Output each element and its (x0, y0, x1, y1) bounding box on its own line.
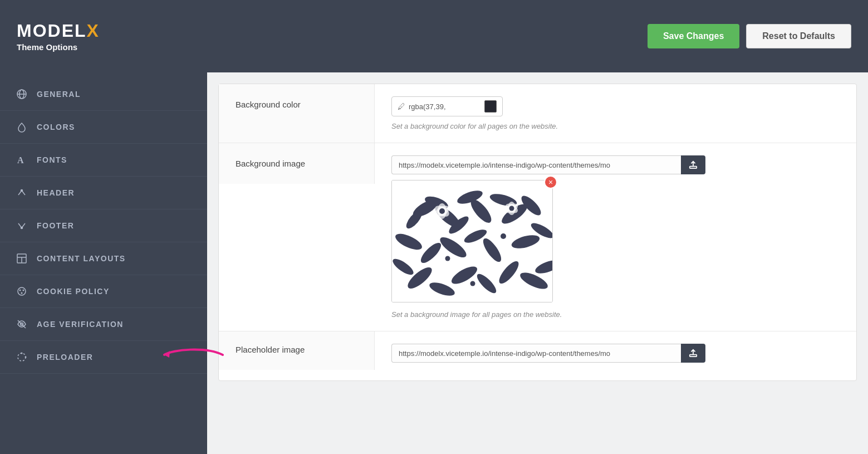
background-image-url-input[interactable] (391, 155, 681, 174)
sidebar-label-preloader: PRELOADER (37, 353, 93, 362)
svg-point-15 (21, 353, 23, 354)
svg-point-11 (23, 290, 24, 291)
sidebar-label-header: HEADER (37, 188, 75, 197)
eye-off-icon (16, 318, 28, 330)
background-image-row: Background image (219, 143, 856, 331)
sidebar-label-colors: COLORS (37, 123, 75, 131)
logo-area: MODELX Theme Options (17, 21, 100, 52)
color-picker[interactable]: 🖊 rgba(37,39, (391, 96, 503, 116)
save-changes-button[interactable]: Save Changes (648, 24, 739, 48)
reset-defaults-button[interactable]: Reset to Defaults (746, 24, 851, 48)
layout-icon (16, 252, 28, 265)
svg-point-4 (21, 190, 23, 192)
sidebar-item-fonts[interactable]: A FONTS (0, 144, 207, 177)
svg-point-58 (509, 206, 514, 211)
sidebar-item-cookie-policy[interactable]: COOKIE POLICY (0, 275, 207, 308)
font-icon: A (16, 154, 28, 166)
sidebar-item-content-layouts[interactable]: CONTENT LAYOUTS (0, 242, 207, 275)
placeholder-url-row (391, 344, 840, 363)
svg-point-10 (19, 290, 21, 291)
image-preview-wrap: × (391, 180, 553, 302)
svg-rect-59 (690, 355, 697, 357)
sidebar-item-general[interactable]: GENERAL (0, 78, 207, 111)
settings-panel: Background color 🖊 rgba(37,39, Set a bac… (218, 84, 857, 381)
arrow-annotation (161, 341, 228, 369)
background-image-preview (391, 180, 553, 302)
arrow-up-icon (16, 187, 28, 199)
svg-rect-18 (690, 167, 697, 169)
svg-point-46 (476, 203, 481, 208)
svg-point-5 (21, 227, 23, 229)
logo-model: MODEL (17, 21, 87, 41)
sidebar-label-general: GENERAL (37, 90, 81, 99)
placeholder-image-label: Placeholder image (219, 331, 375, 370)
svg-point-50 (470, 281, 475, 286)
background-color-content: 🖊 rgba(37,39, Set a background color for… (375, 84, 856, 143)
placeholder-image-url-input[interactable] (391, 344, 681, 363)
main-layout: GENERAL COLORS A FONTS (0, 72, 868, 454)
svg-point-14 (18, 353, 26, 361)
sidebar-label-fonts: FONTS (37, 155, 67, 164)
sidebar-item-preloader[interactable]: PRELOADER (0, 341, 207, 374)
sidebar-label-content-layouts: CONTENT LAYOUTS (37, 254, 126, 263)
eyedropper-icon: 🖊 (398, 102, 405, 111)
svg-point-49 (501, 233, 506, 239)
svg-point-12 (21, 292, 23, 294)
svg-point-16 (25, 357, 27, 358)
placeholder-image-content (375, 331, 856, 380)
spinner-icon (16, 351, 28, 363)
background-image-content: × Set a background image for all pages o… (375, 143, 856, 331)
app-header: MODELX Theme Options Save Changes Reset … (0, 0, 868, 72)
content-area: Background color 🖊 rgba(37,39, Set a bac… (207, 72, 868, 454)
background-image-upload-button[interactable] (681, 155, 705, 174)
sidebar-label-footer: FOOTER (37, 221, 74, 230)
sidebar-item-header[interactable]: HEADER (0, 177, 207, 209)
image-url-row (391, 155, 840, 174)
color-picker-value: rgba(37,39, (409, 102, 484, 111)
background-color-label: Background color (219, 84, 375, 143)
arrow-down-icon (16, 219, 28, 232)
globe-icon (16, 88, 28, 100)
svg-point-54 (439, 208, 445, 214)
floral-pattern-svg (392, 180, 553, 302)
background-image-hint: Set a background image for all pages on … (391, 310, 840, 319)
sidebar-label-age-verification: AGE VERIFICATION (37, 320, 124, 329)
logo: MODELX (17, 21, 100, 41)
remove-image-button[interactable]: × (544, 175, 557, 189)
drop-icon (16, 121, 28, 133)
svg-text:A: A (17, 155, 24, 165)
sidebar: GENERAL COLORS A FONTS (0, 72, 207, 454)
svg-point-9 (18, 287, 26, 295)
placeholder-image-upload-button[interactable] (681, 344, 705, 363)
color-swatch (484, 100, 497, 113)
background-image-label: Background image (219, 143, 375, 184)
svg-point-48 (445, 256, 450, 261)
background-color-hint: Set a background color for all pages on … (391, 122, 840, 130)
svg-marker-17 (164, 351, 170, 358)
logo-x: X (87, 21, 100, 41)
sidebar-item-age-verification[interactable]: AGE VERIFICATION (0, 308, 207, 341)
placeholder-image-row: Placeholder image (219, 331, 856, 380)
palette-icon (16, 285, 28, 297)
sidebar-item-footer[interactable]: FOOTER (0, 209, 207, 242)
background-color-row: Background color 🖊 rgba(37,39, Set a bac… (219, 84, 856, 143)
header-actions: Save Changes Reset to Defaults (648, 24, 851, 48)
app-subtitle: Theme Options (17, 42, 100, 52)
sidebar-label-cookie-policy: COOKIE POLICY (37, 287, 110, 296)
sidebar-item-colors[interactable]: COLORS (0, 111, 207, 144)
